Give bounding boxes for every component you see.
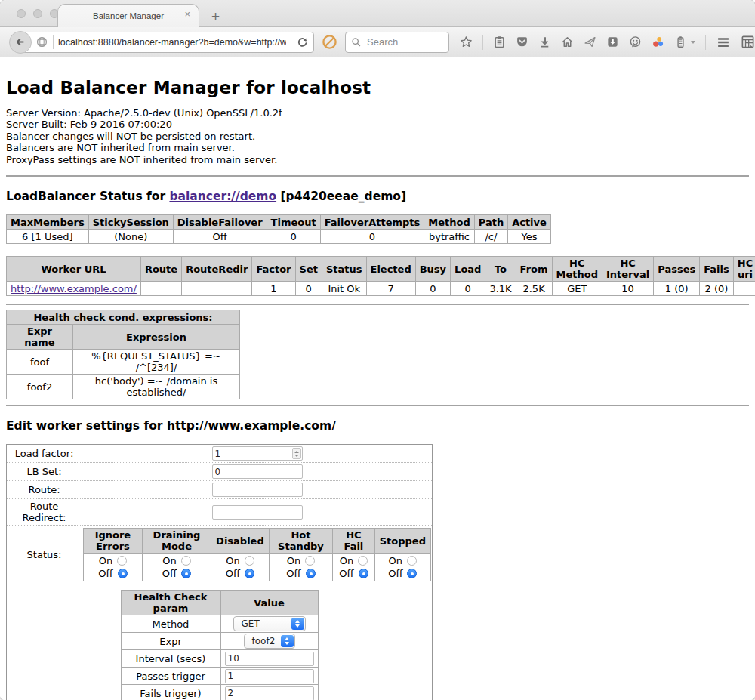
cell-to: 3.1K bbox=[485, 282, 516, 296]
inherit-notice-line: Balancers are NOT inherited from main se… bbox=[6, 142, 749, 153]
toolbar-divider bbox=[705, 35, 706, 50]
stopped-off-radio[interactable] bbox=[407, 569, 417, 578]
stopped-on-radio[interactable] bbox=[407, 556, 417, 566]
load-factor-stepper[interactable] bbox=[212, 446, 303, 461]
fails-label: Fails trigger) bbox=[121, 685, 220, 700]
worker-url-link[interactable]: http://www.example.com/ bbox=[11, 283, 137, 294]
hc-fail-on-radio[interactable] bbox=[358, 556, 368, 566]
hc-fail-off-radio[interactable] bbox=[359, 569, 368, 578]
cell-stickysession: (None) bbox=[88, 230, 173, 244]
ignore-errors-on-radio[interactable] bbox=[117, 556, 127, 566]
off-label: Off bbox=[388, 568, 402, 579]
route-input[interactable] bbox=[212, 483, 303, 497]
col-set: Set bbox=[295, 257, 322, 282]
select-stepper-icon bbox=[291, 618, 304, 630]
balancer-status-table: MaxMembers StickySession DisableFailover… bbox=[6, 214, 551, 244]
col-expression: Expression bbox=[73, 325, 240, 350]
tab-balancer-manager[interactable]: Balancer Manager × bbox=[57, 4, 199, 27]
new-tab-button[interactable]: + bbox=[211, 9, 220, 23]
tab-bar: Balancer Manager × + bbox=[0, 0, 755, 27]
col-hc-param: Health Check param bbox=[121, 591, 220, 615]
cell-from: 2.5K bbox=[516, 282, 552, 296]
draining-mode-on-radio[interactable] bbox=[181, 556, 191, 566]
lb-status-heading-prefix: LoadBalancer Status for bbox=[6, 190, 169, 203]
col-hc-fail: HC Fail bbox=[333, 529, 375, 554]
feedback-smiley-icon[interactable] bbox=[629, 35, 642, 48]
disabled-on-radio[interactable] bbox=[245, 556, 254, 566]
disabled-off-radio[interactable] bbox=[245, 569, 254, 578]
home-icon[interactable] bbox=[561, 35, 574, 48]
url-text[interactable]: localhost:8880/balancer-manager?b=demo&w… bbox=[58, 37, 286, 48]
passes-input[interactable] bbox=[225, 669, 314, 683]
stopped-radios: On Off bbox=[380, 555, 426, 579]
cell-busy: 0 bbox=[415, 282, 450, 296]
method-select[interactable]: GET bbox=[233, 616, 306, 631]
tab-close-icon[interactable]: × bbox=[184, 9, 190, 19]
col-status: Status bbox=[322, 257, 366, 282]
search-icon bbox=[351, 37, 362, 48]
load-factor-row: Load factor: bbox=[7, 445, 433, 463]
col-ignore-errors: Ignore Errors bbox=[84, 529, 143, 554]
server-version-line: Server Version: Apache/2.5.0-dev (Unix) … bbox=[6, 107, 749, 119]
load-factor-input[interactable] bbox=[212, 446, 303, 461]
send-tab-icon[interactable] bbox=[584, 35, 596, 48]
minimize-window-button[interactable] bbox=[33, 9, 42, 18]
hot-standby-off-radio[interactable] bbox=[306, 569, 316, 578]
blocked-content-icon[interactable] bbox=[322, 34, 337, 50]
draining-mode-off-radio[interactable] bbox=[181, 569, 191, 578]
bookmark-star-icon[interactable] bbox=[460, 35, 473, 48]
save-to-device-icon[interactable] bbox=[606, 35, 619, 48]
toolbar-divider bbox=[482, 35, 483, 50]
address-bar[interactable]: localhost:8880/balancer-manager?b=demo&w… bbox=[20, 32, 314, 53]
extension-colordots-icon[interactable] bbox=[652, 35, 664, 48]
table-row: foof2 hc('body') =~ /domain is establish… bbox=[7, 375, 240, 399]
close-window-button[interactable] bbox=[17, 9, 26, 18]
load-factor-label: Load factor: bbox=[7, 445, 82, 463]
col-hc-uri: HC uri bbox=[733, 257, 755, 282]
pocket-icon[interactable] bbox=[516, 35, 528, 48]
search-input[interactable] bbox=[365, 35, 441, 48]
hot-standby-on-radio[interactable] bbox=[305, 556, 315, 566]
menu-hamburger-icon[interactable] bbox=[716, 35, 731, 50]
cell-path: /c/ bbox=[474, 230, 507, 244]
balancer-link[interactable]: balancer://demo bbox=[169, 190, 276, 203]
hc-expressions-title: Health check cond. expressions: bbox=[7, 310, 240, 325]
page-grid-icon[interactable] bbox=[741, 35, 755, 49]
col-hc-method: HC Method bbox=[552, 257, 602, 282]
col-draining-mode: Draining Mode bbox=[142, 529, 211, 554]
route-redirect-row: Route Redirect: bbox=[7, 499, 433, 526]
urlbar-divider bbox=[291, 35, 291, 49]
number-spinner-icon[interactable] bbox=[292, 448, 301, 459]
lb-status-heading: LoadBalancer Status for balancer://demo … bbox=[6, 190, 749, 203]
cell-hc-uri bbox=[733, 282, 755, 296]
search-bar[interactable] bbox=[345, 32, 449, 53]
battery-status-icon[interactable] bbox=[674, 35, 687, 48]
cell-active: Yes bbox=[508, 230, 551, 244]
col-factor: Factor bbox=[252, 257, 295, 282]
fails-input[interactable] bbox=[225, 686, 314, 700]
interval-input[interactable] bbox=[225, 652, 314, 666]
off-label: Off bbox=[162, 568, 177, 579]
back-button[interactable] bbox=[9, 31, 32, 54]
divider bbox=[6, 405, 749, 406]
route-redirect-input[interactable] bbox=[212, 505, 303, 520]
reload-icon[interactable] bbox=[296, 35, 309, 48]
method-label: Method bbox=[121, 615, 220, 633]
battery-dropdown-caret-icon[interactable] bbox=[691, 41, 695, 44]
cell-load: 0 bbox=[451, 282, 485, 296]
downloads-icon[interactable] bbox=[538, 35, 551, 48]
edit-worker-heading: Edit worker settings for http://www.exam… bbox=[6, 419, 749, 433]
expr-row: Expr foof2 bbox=[121, 633, 318, 650]
table-row: 6 [1 Used] (None) Off 0 0 bytraffic /c/ … bbox=[7, 230, 551, 244]
table-row: foof %{REQUEST_STATUS} =~ /^[234]/ bbox=[7, 350, 240, 375]
interval-row: Interval (secs) bbox=[121, 650, 318, 668]
reading-list-icon[interactable] bbox=[493, 35, 506, 48]
table-header-row: Worker URL Route RouteRedir Factor Set S… bbox=[7, 257, 755, 282]
lb-set-input[interactable] bbox=[212, 464, 303, 479]
status-label: Status: bbox=[7, 526, 82, 584]
on-label: On bbox=[162, 555, 176, 566]
edit-worker-form: Load factor: LB Set: Route: Route Redire… bbox=[6, 444, 433, 700]
ignore-errors-off-radio[interactable] bbox=[118, 569, 128, 578]
expr-select[interactable]: foof2 bbox=[244, 634, 295, 649]
page-content: Load Balancer Manager for localhost Serv… bbox=[0, 57, 755, 700]
